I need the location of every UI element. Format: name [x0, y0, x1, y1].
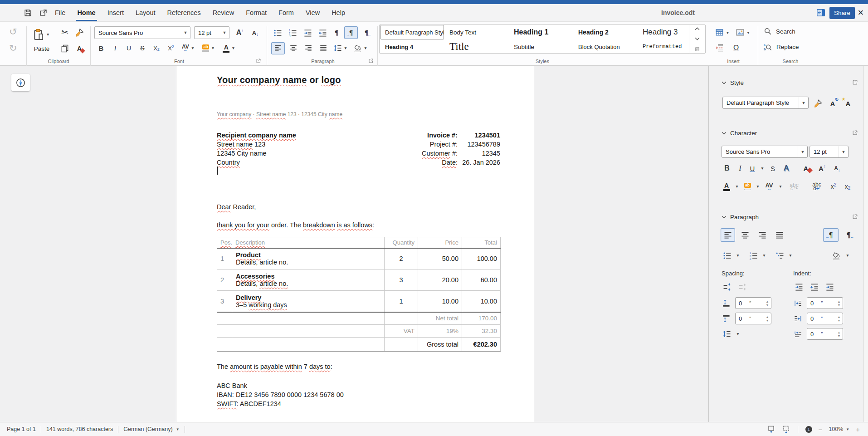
align-right-icon[interactable] — [302, 44, 315, 52]
bold-icon[interactable]: B — [721, 164, 733, 172]
zoom-level-selector[interactable]: 100% ▼ — [829, 426, 849, 432]
paste-dropdown-icon[interactable]: ▼ — [46, 32, 50, 37]
font-size-combobox[interactable]: 12 pt ▼ — [194, 26, 229, 39]
style-block-quotation[interactable]: Block Quotation — [574, 39, 637, 54]
save-icon[interactable] — [24, 9, 32, 17]
gallery-scroll-down-icon[interactable] — [695, 37, 700, 40]
decrease-indent-icon[interactable] — [316, 29, 329, 37]
decrease-font-size-icon[interactable]: A↓ — [249, 26, 262, 39]
align-center-icon[interactable] — [738, 228, 752, 242]
undo-icon[interactable]: ↺ — [9, 26, 17, 37]
superscript-icon[interactable]: X2 — [165, 45, 177, 52]
left-to-right-icon[interactable]: ¶→ — [344, 26, 358, 39]
cut-icon[interactable]: ✂ — [59, 26, 71, 38]
italic-icon[interactable]: I — [734, 164, 746, 172]
align-left-icon[interactable] — [271, 42, 285, 54]
style-preformatted[interactable]: Preformatted — [638, 39, 689, 54]
menu-help[interactable]: Help — [326, 4, 351, 21]
stepper-icons[interactable]: ▲▼ — [764, 313, 771, 324]
font-size-dropdown-icon[interactable]: ▼ — [220, 27, 229, 39]
spacing-below-input[interactable]: 0 ″ ▲▼ — [735, 313, 771, 324]
character-section-header[interactable]: Character — [722, 130, 757, 137]
subscript-icon[interactable]: x2 — [841, 182, 854, 191]
insert-image-icon[interactable]: ▼ — [734, 26, 752, 39]
update-style-icon[interactable]: A↻ — [826, 98, 839, 109]
menu-insert[interactable]: Insert — [102, 4, 130, 21]
search-button[interactable]: Search — [764, 27, 795, 35]
increase-indent-icon[interactable] — [301, 29, 314, 37]
style-dialog-launcher-icon[interactable] — [852, 79, 858, 85]
page-count[interactable]: Page 1 of 1 — [7, 426, 36, 432]
menu-layout[interactable]: Layout — [130, 4, 161, 21]
align-left-icon[interactable] — [721, 228, 735, 242]
decrease-indent-icon[interactable] — [808, 281, 820, 293]
style-title[interactable]: Title — [445, 39, 508, 54]
strikethrough-icon[interactable]: S — [137, 44, 148, 52]
redo-icon[interactable]: ↻ — [9, 43, 17, 54]
menu-review[interactable]: Review — [207, 4, 240, 21]
align-center-icon[interactable] — [287, 44, 300, 52]
single-page-view-icon[interactable] — [767, 425, 775, 434]
font-color-icon[interactable]: A — [721, 182, 732, 191]
clone-formatting-icon[interactable] — [812, 98, 824, 109]
document-page[interactable]: Your company name or logo Your company ·… — [176, 66, 534, 422]
clone-formatting-icon[interactable] — [73, 26, 85, 38]
gallery-more-icon[interactable] — [695, 47, 700, 52]
multi-page-view-icon[interactable] — [782, 425, 790, 434]
document-canvas[interactable]: Your company name or logo Your company ·… — [0, 66, 708, 422]
subscript-icon[interactable]: X2 — [151, 44, 162, 52]
menu-file[interactable]: File — [49, 4, 71, 21]
ordered-list-dropdown-icon[interactable]: ▼ — [761, 253, 768, 258]
spacing-above-input[interactable]: 0 ″ ▲▼ — [735, 297, 771, 309]
line-spacing-dropdown-icon[interactable]: ▼ — [734, 328, 741, 340]
character-spacing-icon[interactable]: AV↔ — [762, 182, 776, 191]
sidebar-font-name-combobox[interactable]: Source Sans Pro ▼ — [722, 146, 808, 158]
font-color-icon[interactable]: A▼ — [220, 44, 238, 53]
navigator-button[interactable] — [11, 74, 30, 91]
underline-dropdown-icon[interactable]: ▼ — [759, 166, 766, 171]
style-heading-2[interactable]: Heading 2 — [574, 25, 637, 39]
indent-before-input[interactable]: 0 ″ ▲▼ — [807, 297, 843, 309]
new-style-icon[interactable]: A★ — [841, 98, 855, 109]
paragraph-section-header[interactable]: Paragraph — [722, 214, 759, 220]
underline-icon[interactable]: U — [747, 165, 758, 172]
left-to-right-icon[interactable]: ¶→ — [823, 228, 839, 242]
stepper-icons[interactable]: ▲▼ — [764, 298, 771, 309]
sidebar-scrollbar[interactable] — [863, 66, 868, 422]
align-right-icon[interactable] — [755, 228, 770, 242]
menu-view[interactable]: View — [300, 4, 326, 21]
outline-list-icon[interactable] — [773, 251, 786, 260]
style-heading-3[interactable]: Heading 3 — [638, 25, 689, 39]
style-heading-4[interactable]: Heading 4 — [380, 39, 444, 54]
replace-button[interactable]: Replace — [764, 43, 799, 51]
unordered-list-dropdown-icon[interactable]: ▼ — [734, 253, 741, 258]
unordered-list-icon[interactable] — [271, 29, 284, 37]
increase-spacing-icon[interactable] — [721, 281, 733, 293]
paste-label[interactable]: Paste — [28, 45, 55, 52]
ordered-list-icon[interactable] — [286, 29, 299, 37]
menu-references[interactable]: References — [161, 4, 206, 21]
zoom-out-button[interactable]: − — [819, 426, 823, 433]
first-line-indent-input[interactable]: 0 ″ ▲▼ — [807, 328, 843, 340]
increase-indent-icon[interactable] — [792, 281, 805, 293]
increase-font-size-icon[interactable]: A↑ — [233, 26, 247, 39]
menu-home[interactable]: Home — [71, 4, 101, 21]
stepper-icons[interactable]: ▲▼ — [835, 298, 843, 309]
line-spacing-icon[interactable] — [721, 328, 733, 340]
highlight-color-icon[interactable]: ab▼ — [200, 44, 218, 52]
indent-after-input[interactable]: 0 ″ ▲▼ — [807, 313, 843, 324]
font-name-dropdown-icon[interactable]: ▼ — [181, 27, 190, 39]
stepper-icons[interactable]: ▲▼ — [835, 313, 843, 324]
character-dialog-launcher-icon[interactable] — [852, 130, 858, 136]
paste-button[interactable]: ▼ — [33, 25, 50, 44]
style-section-header[interactable]: Style — [722, 79, 744, 86]
style-heading-1[interactable]: Heading 1 — [509, 25, 573, 39]
line-spacing-icon[interactable]: ▼ — [332, 44, 349, 52]
menu-form[interactable]: Form — [273, 4, 300, 21]
paragraph-dialog-launcher-icon[interactable] — [852, 214, 858, 220]
justify-icon[interactable] — [317, 44, 330, 52]
strikethrough-icon[interactable]: S — [767, 165, 779, 172]
insert-table-icon[interactable]: ▼ — [714, 26, 731, 39]
special-character-icon[interactable]: Ω — [730, 42, 742, 54]
paragraph-style-combobox[interactable]: Default Paragraph Style ▼ — [722, 97, 809, 109]
